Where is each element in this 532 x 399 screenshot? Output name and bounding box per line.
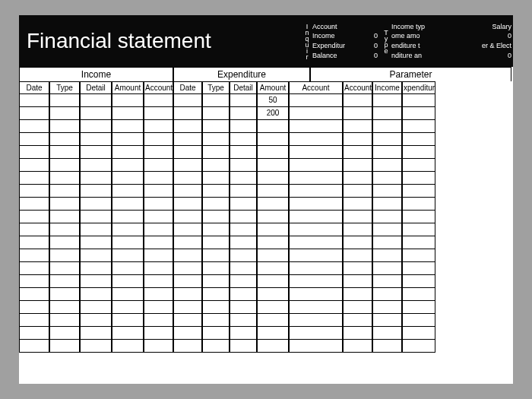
cell[interactable]: 50: [257, 94, 289, 107]
cell[interactable]: [49, 211, 80, 223]
cell[interactable]: [144, 211, 173, 223]
cell[interactable]: [230, 288, 257, 301]
cell[interactable]: [144, 249, 173, 262]
cell[interactable]: [372, 340, 402, 353]
cell[interactable]: [289, 211, 343, 223]
cell[interactable]: [173, 120, 202, 133]
cell[interactable]: [402, 172, 435, 185]
cell[interactable]: [144, 198, 173, 211]
cell[interactable]: [402, 185, 435, 198]
cell[interactable]: [173, 223, 202, 236]
cell[interactable]: [372, 288, 402, 301]
cell[interactable]: [144, 327, 173, 340]
cell[interactable]: [80, 94, 112, 107]
cell[interactable]: [230, 314, 257, 327]
cell[interactable]: [112, 262, 144, 275]
cell[interactable]: [230, 223, 257, 236]
cell[interactable]: [80, 133, 112, 146]
cell[interactable]: [402, 146, 435, 159]
cell[interactable]: [19, 340, 49, 353]
cell[interactable]: [19, 172, 49, 185]
cell[interactable]: [19, 185, 49, 198]
cell[interactable]: [173, 314, 202, 327]
cell[interactable]: [402, 198, 435, 211]
cell[interactable]: [202, 107, 230, 120]
cell[interactable]: [257, 301, 289, 314]
cell[interactable]: [257, 275, 289, 288]
cell[interactable]: [343, 301, 372, 314]
cell[interactable]: [230, 211, 257, 223]
cell[interactable]: [372, 159, 402, 172]
cell[interactable]: [49, 262, 80, 275]
cell[interactable]: [372, 275, 402, 288]
cell[interactable]: [49, 223, 80, 236]
cell[interactable]: [144, 159, 173, 172]
cell[interactable]: 200: [257, 107, 289, 120]
cell[interactable]: [144, 236, 173, 249]
cell[interactable]: [230, 120, 257, 133]
cell[interactable]: [343, 146, 372, 159]
cell[interactable]: [173, 211, 202, 223]
cell[interactable]: [19, 94, 49, 107]
cell[interactable]: [112, 340, 144, 353]
cell[interactable]: [343, 133, 372, 146]
cell[interactable]: [144, 275, 173, 288]
cell[interactable]: [202, 211, 230, 223]
cell[interactable]: [144, 172, 173, 185]
cell[interactable]: [202, 120, 230, 133]
cell[interactable]: [49, 159, 80, 172]
cell[interactable]: [112, 133, 144, 146]
cell[interactable]: [19, 236, 49, 249]
cell[interactable]: [19, 249, 49, 262]
cell[interactable]: [372, 185, 402, 198]
cell[interactable]: [49, 172, 80, 185]
cell[interactable]: [202, 262, 230, 275]
cell[interactable]: [230, 107, 257, 120]
cell[interactable]: [19, 159, 49, 172]
cell[interactable]: [257, 172, 289, 185]
cell[interactable]: [372, 133, 402, 146]
cell[interactable]: [289, 327, 343, 340]
cell[interactable]: [402, 120, 435, 133]
cell[interactable]: [144, 107, 173, 120]
cell[interactable]: [343, 314, 372, 327]
cell[interactable]: [173, 301, 202, 314]
cell[interactable]: [372, 301, 402, 314]
cell[interactable]: [80, 211, 112, 223]
cell[interactable]: [257, 185, 289, 198]
cell[interactable]: [372, 146, 402, 159]
cell[interactable]: [144, 314, 173, 327]
cell[interactable]: [112, 172, 144, 185]
cell[interactable]: [402, 94, 435, 107]
cell[interactable]: [80, 327, 112, 340]
cell[interactable]: [80, 262, 112, 275]
data-grid[interactable]: 50200: [19, 94, 513, 384]
cell[interactable]: [257, 314, 289, 327]
cell[interactable]: [289, 275, 343, 288]
cell[interactable]: [230, 340, 257, 353]
cell[interactable]: [289, 340, 343, 353]
cell[interactable]: [19, 314, 49, 327]
cell[interactable]: [343, 327, 372, 340]
cell[interactable]: [372, 262, 402, 275]
cell[interactable]: [112, 159, 144, 172]
cell[interactable]: [112, 185, 144, 198]
cell[interactable]: [372, 327, 402, 340]
cell[interactable]: [173, 133, 202, 146]
cell[interactable]: [372, 94, 402, 107]
cell[interactable]: [230, 94, 257, 107]
cell[interactable]: [372, 172, 402, 185]
cell[interactable]: [49, 275, 80, 288]
cell[interactable]: [402, 107, 435, 120]
cell[interactable]: [230, 275, 257, 288]
cell[interactable]: [402, 223, 435, 236]
cell[interactable]: [289, 288, 343, 301]
cell[interactable]: [289, 107, 343, 120]
cell[interactable]: [19, 327, 49, 340]
cell[interactable]: [173, 94, 202, 107]
cell[interactable]: [49, 327, 80, 340]
cell[interactable]: [257, 198, 289, 211]
cell[interactable]: [80, 236, 112, 249]
cell[interactable]: [230, 185, 257, 198]
cell[interactable]: [402, 236, 435, 249]
